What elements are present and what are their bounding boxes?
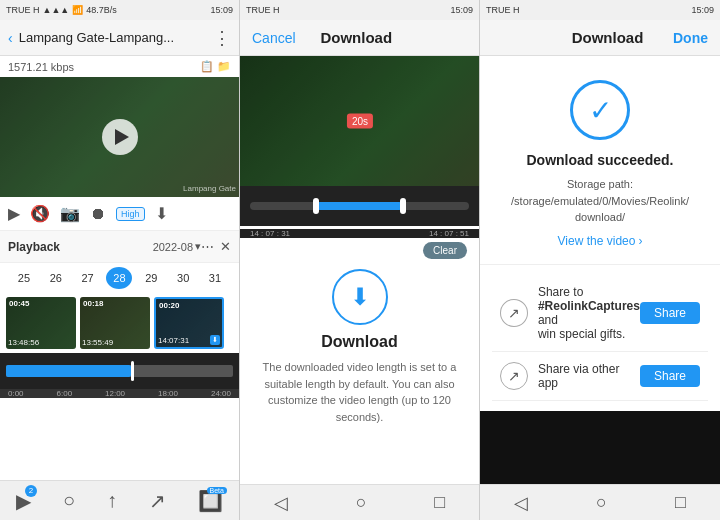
status-time-3: 15:09 — [691, 5, 714, 15]
nav-recents-icon-2[interactable]: □ — [434, 492, 445, 513]
volume-icon[interactable]: 🔇 — [30, 204, 50, 223]
record-icon[interactable]: ⏺ — [90, 205, 106, 223]
p3-black-area — [480, 411, 720, 485]
tl-label-0: 0:00 — [8, 389, 24, 398]
p2-scrubber-handle-right[interactable] — [400, 198, 406, 214]
video-overlay — [0, 77, 240, 197]
thumb-duration-1: 00:18 — [83, 299, 103, 308]
more-icon[interactable]: ⋯ — [201, 239, 214, 254]
cal-day-27[interactable]: 27 — [75, 267, 101, 289]
status-bar-1: TRUE H ▲▲▲ 📶 48.7B/s 15:09 — [0, 0, 239, 20]
view-video-link[interactable]: View the video › — [558, 234, 643, 248]
share-item-0: ↗ Share to#ReolinkCaptures andwin specia… — [492, 275, 708, 352]
p2-title: Download — [320, 29, 392, 46]
storage-path: Storage path:/storage/emulated/0/Movies/… — [511, 176, 689, 226]
signal-icon-1: ▲▲▲ — [43, 5, 70, 15]
p2-scrubber[interactable] — [240, 186, 479, 226]
playback-month[interactable]: 2022-08 ▾ — [153, 240, 201, 253]
bitrate-value: 1571.21 kbps — [8, 61, 74, 73]
cal-day-26[interactable]: 26 — [43, 267, 69, 289]
wifi-icon-1: 📶 — [72, 5, 83, 15]
p2-time-end: 14 : 07 : 51 — [429, 229, 469, 238]
download-label: Download — [321, 333, 397, 351]
play-button[interactable] — [102, 119, 138, 155]
nav-back-icon-3[interactable]: ◁ — [514, 492, 528, 514]
record-icons: 📋 📁 — [200, 60, 231, 73]
share-button-1[interactable]: Share — [640, 365, 700, 387]
thumb-download-icon: ⬇ — [210, 335, 220, 345]
p3-success-area: ✓ Download succeeded. Storage path:/stor… — [480, 56, 720, 265]
nav-home-icon-2[interactable]: ○ — [356, 492, 367, 513]
nav-circle-icon[interactable]: ○ — [63, 489, 75, 512]
p2-time-start: 14 : 07 : 31 — [250, 229, 290, 238]
status-carrier-1: TRUE H — [6, 5, 40, 15]
bottom-nav-2: ◁ ○ □ — [240, 484, 479, 520]
tl-label-12: 12:00 — [105, 389, 125, 398]
cal-day-28[interactable]: 28 — [106, 267, 132, 289]
cal-day-29[interactable]: 29 — [138, 267, 164, 289]
thumb-duration-0: 00:45 — [9, 299, 29, 308]
timeline-labels: 0:00 6:00 12:00 18:00 24:00 — [0, 389, 239, 398]
status-bar-2: TRUE H 15:09 — [240, 0, 479, 20]
p2-scrubber-track[interactable] — [250, 202, 469, 210]
bottom-nav-1: ▶ 2 ○ ↑ ↗ 🔲 Beta — [0, 480, 239, 520]
nav-up-icon[interactable]: ↑ — [107, 489, 117, 512]
status-left-1: TRUE H ▲▲▲ 📶 48.7B/s — [6, 5, 117, 15]
share-text-0: Share to#ReolinkCaptures andwin special … — [538, 285, 640, 341]
panel-playback: TRUE H ▲▲▲ 📶 48.7B/s 15:09 ‹ Lampang Gat… — [0, 0, 240, 520]
nav-home-icon[interactable]: ▶ 2 — [16, 489, 31, 513]
thumb-time-2: 14:07:31 — [158, 336, 189, 345]
p2-clear-area: Clear — [240, 238, 479, 259]
download-ctrl-icon[interactable]: ⬇ — [155, 204, 168, 223]
nav-recents-icon-3[interactable]: □ — [675, 492, 686, 513]
menu-icon-1[interactable]: ⋮ — [213, 27, 231, 49]
play-ctrl-icon[interactable]: ▶ — [8, 204, 20, 223]
nav-badge: 2 — [25, 485, 37, 497]
check-circle-icon: ✓ — [570, 80, 630, 140]
p2-scrubber-range — [316, 202, 404, 210]
share-icon-1: ↗ — [500, 362, 528, 390]
cal-day-31[interactable]: 31 — [202, 267, 228, 289]
timeline-cursor[interactable] — [131, 361, 134, 381]
p2-download-section: ⬇ Download The downloaded video length i… — [240, 259, 479, 435]
timeline-bar[interactable] — [0, 353, 239, 389]
playback-title: Playback — [8, 240, 153, 254]
tl-label-24: 24:00 — [211, 389, 231, 398]
controls-bar: ▶ 🔇 📷 ⏺ High ⬇ — [0, 197, 239, 231]
thumb-item-1[interactable]: 00:18 13:55:49 — [80, 297, 150, 349]
nav-home-icon-3[interactable]: ○ — [596, 492, 607, 513]
share-button-0[interactable]: Share — [640, 302, 700, 324]
thumb-item-2[interactable]: 00:20 14:07:31 ⬇ — [154, 297, 224, 349]
cal-day-25[interactable]: 25 — [11, 267, 37, 289]
camera-icon[interactable]: 📷 — [60, 204, 80, 223]
p2-scrubber-handle-left[interactable] — [313, 198, 319, 214]
timeline-track[interactable] — [6, 365, 233, 377]
thumb-item-0[interactable]: 00:45 13:48:56 — [6, 297, 76, 349]
video-preview: Lampang Gate — [0, 77, 240, 197]
status-carrier-2: TRUE H — [246, 5, 280, 15]
p2-scrubber-times: 14 : 07 : 31 14 : 07 : 51 — [240, 229, 479, 238]
share-text-1: Share via other app — [538, 362, 640, 390]
nav-back-icon-2[interactable]: ◁ — [274, 492, 288, 514]
thumb-time-1: 13:55:49 — [82, 338, 113, 347]
quality-badge[interactable]: High — [116, 207, 145, 221]
close-icon[interactable]: ✕ — [220, 239, 231, 254]
bottom-nav-3: ◁ ○ □ — [480, 484, 720, 520]
status-time-1: 15:09 — [210, 5, 233, 15]
thumb-duration-2: 00:20 — [159, 301, 179, 310]
done-button[interactable]: Done — [673, 30, 708, 46]
back-icon-1[interactable]: ‹ — [8, 30, 13, 46]
nav-badge-icon[interactable]: 🔲 Beta — [198, 489, 223, 513]
playback-icons: ⋯ ✕ — [201, 239, 231, 254]
cancel-button[interactable]: Cancel — [252, 30, 296, 46]
p3-header: Download Done — [480, 20, 720, 56]
page-title-1: Lampang Gate-Lampang... — [19, 30, 213, 45]
cal-day-30[interactable]: 30 — [170, 267, 196, 289]
play-triangle-icon — [115, 129, 129, 145]
p2-header: Cancel Download — [240, 20, 479, 56]
clear-button[interactable]: Clear — [423, 242, 467, 259]
chevron-right-icon: › — [638, 234, 642, 248]
download-circle-icon[interactable]: ⬇ — [332, 269, 388, 325]
nav-share-icon[interactable]: ↗ — [149, 489, 166, 513]
thumbnails-row: 00:45 13:48:56 00:18 13:55:49 00:20 14:0… — [0, 293, 239, 353]
